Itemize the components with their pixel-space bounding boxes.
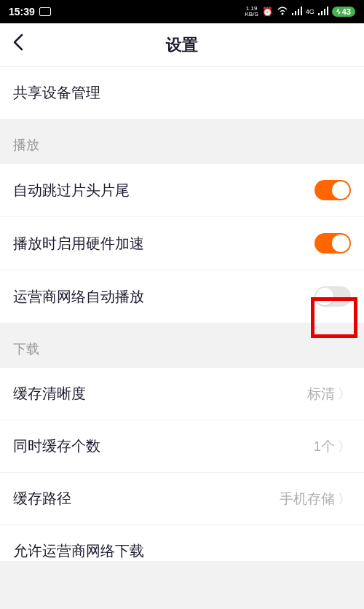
status-bar: 15:39 1.19 KB/S ⏰ 4G 43: [0, 0, 364, 23]
row-value: 手机存储 〉: [280, 490, 351, 508]
row-skip-intro[interactable]: 自动跳过片头片尾: [0, 164, 364, 217]
chevron-right-icon: 〉: [338, 385, 351, 403]
svg-rect-5: [318, 13, 320, 15]
row-cache-path[interactable]: 缓存路径 手机存储 〉: [0, 473, 364, 525]
row-shared-device[interactable]: 共享设备管理: [0, 67, 364, 119]
row-carrier-download[interactable]: 允许运营商网络下载: [0, 525, 364, 561]
row-value: 1个 〉: [313, 437, 351, 456]
row-label: 共享设备管理: [13, 83, 100, 103]
status-right: 1.19 KB/S ⏰ 4G 43: [245, 6, 356, 17]
row-label: 运营商网络自动播放: [13, 287, 144, 307]
toggle-carrier-autoplay[interactable]: [314, 286, 351, 307]
row-label: 缓存清晰度: [13, 384, 86, 404]
row-label: 允许运营商网络下载: [13, 543, 144, 559]
alarm-icon: ⏰: [262, 7, 273, 17]
row-cache-quality[interactable]: 缓存清晰度 标清 〉: [0, 368, 364, 420]
toggle-skip-intro[interactable]: [314, 180, 351, 200]
signal-icon: [292, 7, 302, 17]
section-header-playback: 播放: [0, 119, 364, 164]
wifi-icon: [277, 7, 288, 17]
section-header-download: 下载: [0, 323, 364, 368]
svg-rect-7: [324, 9, 325, 15]
row-value: 标清 〉: [307, 385, 351, 404]
chevron-right-icon: 〉: [338, 490, 351, 508]
notification-icon: [39, 7, 51, 16]
row-carrier-autoplay[interactable]: 运营商网络自动播放: [0, 270, 364, 323]
network-type: 4G: [306, 8, 314, 15]
svg-rect-1: [292, 13, 293, 15]
row-label: 同时缓存个数: [13, 436, 100, 456]
svg-rect-8: [327, 7, 328, 15]
battery-indicator: 43: [332, 7, 355, 17]
row-hardware-accel[interactable]: 播放时启用硬件加速: [0, 217, 364, 270]
row-label: 缓存路径: [13, 489, 71, 508]
row-label: 自动跳过片头片尾: [13, 181, 130, 200]
row-label: 播放时启用硬件加速: [13, 234, 144, 254]
nav-header: 设置: [0, 23, 364, 67]
toggle-hardware-accel[interactable]: [314, 233, 351, 254]
network-speed: 1.19 KB/S: [245, 6, 258, 17]
svg-rect-2: [295, 11, 296, 15]
back-button[interactable]: [13, 34, 23, 56]
svg-point-0: [281, 12, 283, 15]
chevron-right-icon: 〉: [338, 438, 351, 455]
row-concurrent-cache[interactable]: 同时缓存个数 1个 〉: [0, 420, 364, 473]
svg-rect-4: [301, 7, 302, 15]
svg-rect-6: [321, 11, 323, 15]
page-title: 设置: [0, 34, 364, 56]
svg-rect-3: [298, 9, 299, 15]
status-time: 15:39: [9, 6, 35, 17]
signal-icon-2: [318, 7, 328, 17]
status-left: 15:39: [9, 6, 51, 17]
